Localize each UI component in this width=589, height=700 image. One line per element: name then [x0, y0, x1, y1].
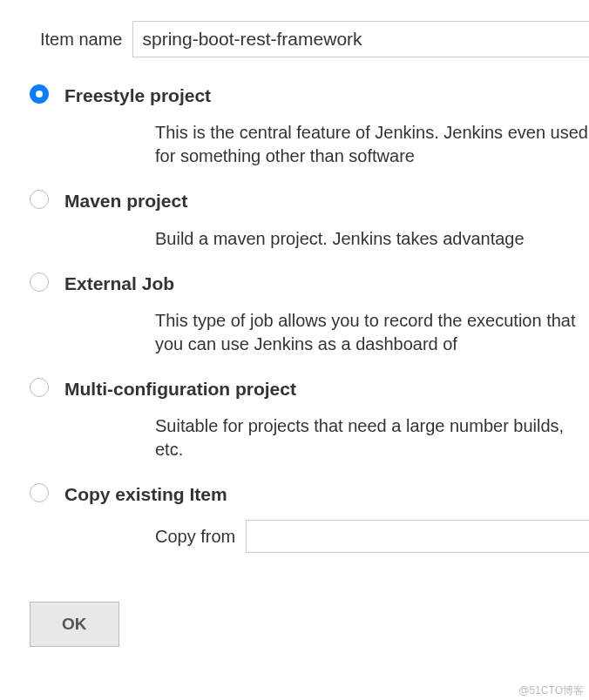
option-title-external: External Job	[64, 272, 589, 295]
option-title-copy: Copy existing Item	[64, 482, 589, 506]
option-title-freestyle: Freestyle project	[64, 84, 589, 107]
option-desc-maven: Build a maven project. Jenkins takes adv…	[30, 217, 589, 263]
option-title-maven: Maven project	[64, 189, 589, 212]
copy-from-label: Copy from	[155, 527, 235, 547]
watermark: @51CTO博客	[518, 683, 584, 698]
copy-from-row: Copy from	[30, 509, 589, 553]
copy-from-input[interactable]	[246, 520, 589, 553]
option-multiconfig[interactable]: Multi-configuration project	[30, 368, 589, 404]
option-maven[interactable]: Maven project	[30, 180, 589, 216]
radio-external[interactable]	[30, 273, 49, 292]
project-type-options: Freestyle project This is the central fe…	[0, 75, 589, 553]
option-copy[interactable]: Copy existing Item	[30, 474, 589, 509]
option-desc-multiconfig: Suitable for projects that need a large …	[30, 404, 589, 474]
item-name-label: Item name	[40, 30, 122, 50]
option-title-multiconfig: Multi-configuration project	[64, 377, 589, 400]
radio-multiconfig[interactable]	[30, 378, 49, 397]
radio-maven[interactable]	[30, 190, 49, 209]
ok-button[interactable]: OK	[30, 602, 119, 647]
button-row: OK	[0, 553, 589, 647]
option-desc-freestyle: This is the central feature of Jenkins. …	[30, 111, 589, 180]
radio-copy[interactable]	[30, 483, 49, 502]
item-name-row: Item name	[0, 0, 589, 75]
radio-freestyle[interactable]	[30, 84, 49, 104]
option-freestyle[interactable]: Freestyle project	[30, 75, 589, 111]
option-desc-external: This type of job allows you to record th…	[30, 299, 589, 368]
item-name-input[interactable]	[132, 21, 589, 57]
option-external[interactable]: External Job	[30, 263, 589, 299]
